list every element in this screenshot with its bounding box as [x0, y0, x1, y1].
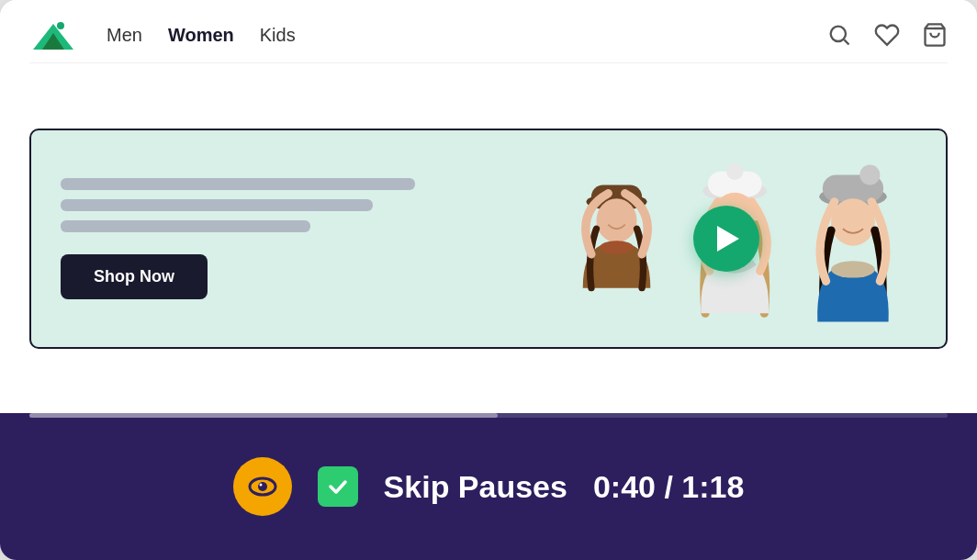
heart-icon[interactable]	[874, 22, 900, 48]
text-line-3	[61, 220, 310, 232]
svg-point-21	[259, 484, 262, 487]
check-icon	[325, 474, 351, 499]
nav-left: Men Women Kids	[29, 17, 296, 53]
nav-links: Men Women Kids	[107, 25, 296, 46]
play-button[interactable]	[693, 206, 759, 272]
skip-pauses-label: Skip Pauses	[384, 469, 567, 505]
nav-right	[826, 22, 948, 48]
text-line-2	[61, 199, 373, 211]
svg-point-3	[831, 27, 846, 41]
svg-point-9	[600, 241, 634, 254]
check-box[interactable]	[318, 466, 358, 507]
nav-kids[interactable]: Kids	[260, 25, 296, 46]
nav-men[interactable]: Men	[107, 25, 142, 46]
banner-left: Shop Now	[31, 130, 507, 347]
search-icon[interactable]	[826, 22, 852, 48]
bottom-bar: Skip Pauses 0:40 / 1:18	[0, 413, 977, 560]
eye-icon	[246, 470, 279, 503]
banner-right	[507, 130, 946, 347]
svg-point-20	[258, 482, 267, 491]
svg-point-8	[596, 198, 636, 242]
logo[interactable]	[29, 17, 77, 53]
svg-point-18	[831, 261, 875, 277]
timer-display: 0:40 / 1:18	[593, 469, 744, 505]
svg-point-2	[57, 22, 64, 29]
banner-wrapper: Shop Now	[29, 63, 948, 413]
navbar: Men Women Kids	[29, 0, 948, 63]
svg-point-16	[859, 164, 880, 185]
text-line-1	[61, 178, 415, 190]
shop-now-button[interactable]: Shop Now	[61, 254, 208, 299]
svg-line-4	[844, 39, 848, 44]
progress-bar-fill	[29, 413, 498, 418]
banner: Shop Now	[29, 129, 948, 349]
svg-point-12	[726, 162, 743, 179]
app-container: Men Women Kids	[0, 0, 977, 560]
progress-bar-track[interactable]	[29, 413, 948, 418]
nav-women[interactable]: Women	[168, 25, 234, 46]
bag-icon[interactable]	[922, 22, 948, 48]
eye-icon-container[interactable]	[233, 457, 292, 516]
play-icon	[717, 226, 739, 252]
top-section: Men Women Kids	[0, 0, 977, 413]
bottom-controls: Skip Pauses 0:40 / 1:18	[233, 457, 745, 516]
svg-point-17	[831, 198, 875, 245]
